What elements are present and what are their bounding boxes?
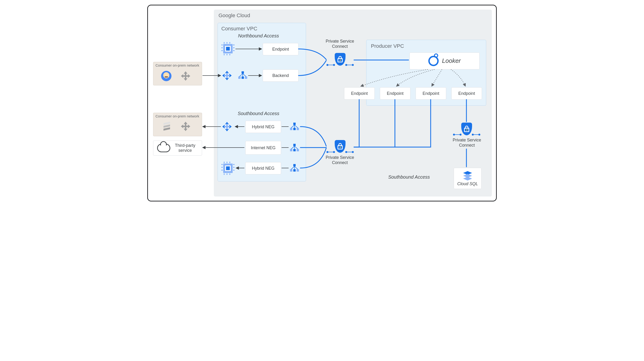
psc-shield-bottom: ⚡ <box>335 140 346 153</box>
load-balancer-icon-sb3 <box>290 164 299 172</box>
third-party-label: Third-party service <box>172 143 198 153</box>
hybrid-neg-1: Hybrid NEG <box>245 121 281 133</box>
psc-shield-right: ⚡ <box>461 123 472 135</box>
cloud-sql-node: Cloud SQL <box>454 168 482 189</box>
northbound-label: Northbound Access <box>235 33 282 39</box>
svg-rect-5 <box>183 75 188 77</box>
onprem-label-1: Consumer on-prem network <box>156 63 199 67</box>
router-icon-onprem1 <box>180 71 191 81</box>
producer-endpoint-4: Endpoint <box>451 87 482 100</box>
router-icon-onprem2 <box>180 121 191 132</box>
load-balancer-icon-sb1 <box>290 123 299 131</box>
cloud-sql-icon <box>462 171 473 181</box>
server-icon <box>161 121 172 132</box>
producer-endpoint-1: Endpoint <box>344 87 375 100</box>
psc-label-top: Private Service Connect <box>324 39 356 49</box>
compute-icon-sb <box>223 164 232 173</box>
looker-node: Looker <box>410 53 480 70</box>
looker-label: Looker <box>442 58 461 65</box>
endpoint-northbound: Endpoint <box>263 43 298 55</box>
third-party-service: Third-party service <box>153 141 202 156</box>
hybrid-neg-2: Hybrid NEG <box>245 162 281 174</box>
backend-node: Backend <box>263 70 298 82</box>
svg-marker-8 <box>164 127 170 131</box>
producer-endpoint-3: Endpoint <box>416 87 446 100</box>
svg-marker-29 <box>463 177 472 181</box>
router-icon-sb <box>222 121 232 132</box>
southbound-right-label: Southbound Access <box>386 174 432 180</box>
google-cloud-label: Google Cloud <box>218 13 250 19</box>
psc-label-bottom: Private Service Connect <box>324 155 356 165</box>
consumer-vpc-label: Consumer VPC <box>221 26 257 32</box>
looker-icon <box>428 56 439 66</box>
producer-vpc-label: Producer VPC <box>371 43 404 49</box>
psc-label-right: Private Service Connect <box>450 138 483 148</box>
svg-marker-6 <box>164 122 170 125</box>
svg-rect-26 <box>224 126 230 127</box>
producer-endpoint-2: Endpoint <box>380 87 410 100</box>
southbound-left-label: Southbound Access <box>235 111 282 116</box>
load-balancer-icon-sb2 <box>290 144 299 152</box>
router-icon-consumer <box>222 70 232 81</box>
onprem-label-2: Consumer on-prem network <box>156 114 199 118</box>
internet-neg: Internet NEG <box>245 141 281 155</box>
svg-rect-14 <box>183 126 188 127</box>
user-avatar-icon <box>161 71 172 81</box>
compute-icon-nb <box>223 44 232 54</box>
cloud-sql-label: Cloud SQL <box>457 181 478 186</box>
load-balancer-icon-nb <box>238 71 247 79</box>
svg-marker-7 <box>164 125 170 128</box>
psc-shield-top: ⚡ <box>335 53 346 66</box>
svg-rect-20 <box>224 75 230 76</box>
cloud-outline-icon <box>157 144 170 152</box>
